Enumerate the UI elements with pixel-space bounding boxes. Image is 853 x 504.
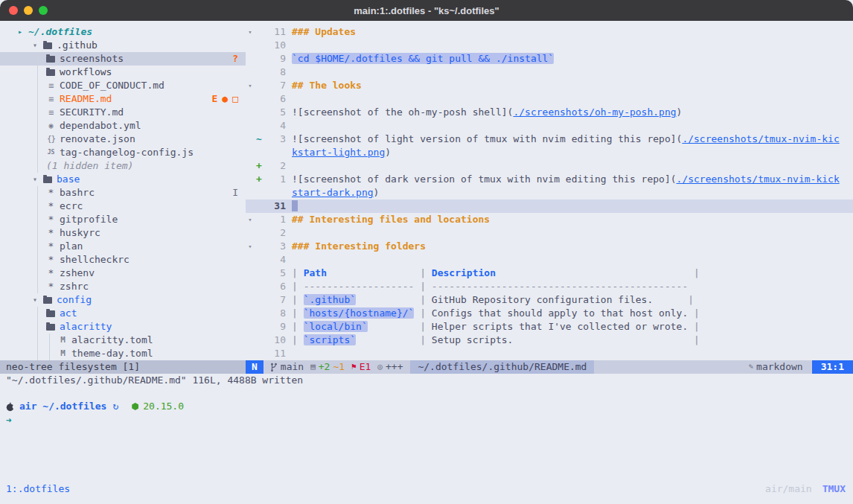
tree-item-plan[interactable]: *plan	[0, 240, 246, 253]
tree-item-act[interactable]: act	[0, 307, 246, 320]
editor-line[interactable]: 5| Path | Description |	[246, 267, 853, 280]
text-segment	[356, 294, 420, 305]
file-tree[interactable]: ▸~/.dotfiles▾.githubscreenshots?workflow…	[0, 21, 246, 360]
tmux-window-name[interactable]: 1:.dotfiles	[6, 483, 70, 494]
tree-item-label: .github	[57, 39, 98, 52]
tree-item-huskyrc[interactable]: *huskyrc	[0, 226, 246, 240]
editor-line[interactable]: 5![screenshot of the oh-my-posh shell](.…	[246, 106, 853, 119]
editor-line[interactable]: 2	[246, 226, 853, 240]
line-number: 9	[263, 320, 286, 334]
line-text: | `local/bin` | Helper scripts that I've…	[286, 320, 853, 334]
line-text: | Path | Description |	[286, 267, 853, 280]
editor-line[interactable]: ▾ 1## Interesting files and locations	[246, 213, 853, 226]
fold-column	[246, 106, 255, 119]
tree-item-tag-changelog[interactable]: JStag-changelog-config.js	[0, 146, 246, 159]
sign-column	[255, 293, 263, 307]
tree-item-label: SECURITY.md	[60, 106, 124, 119]
fold-marker-icon[interactable]: ▾	[246, 240, 255, 253]
tree-item-renovate[interactable]: {}renovate.json	[0, 133, 246, 146]
editor-line[interactable]: kstart-light.png)	[246, 146, 853, 159]
fold-marker-icon[interactable]: ▾	[246, 79, 255, 92]
fold-marker-icon[interactable]: ▾	[246, 25, 255, 39]
editor-line[interactable]: 9| `local/bin` | Helper scripts that I'v…	[246, 320, 853, 334]
editor-line[interactable]: 8| `hosts/{hostname}/` | Configs that sh…	[246, 307, 853, 320]
tree-item-root[interactable]: ▸~/.dotfiles	[0, 25, 246, 39]
editor-line[interactable]: 11	[246, 347, 853, 360]
json-icon: {}	[46, 133, 56, 146]
line-text: ## Interesting files and locations	[286, 213, 853, 226]
indent-guide	[37, 92, 38, 106]
indent-guide	[37, 307, 38, 320]
tree-item-security[interactable]: ≡SECURITY.md	[0, 106, 246, 119]
sign-column	[255, 79, 263, 92]
tree-item-hidden-count[interactable]: (1 hidden item)	[0, 159, 246, 173]
expander-icon[interactable]: ▾	[33, 39, 43, 52]
shell-input-line[interactable]: ➜	[0, 414, 853, 427]
tree-item-gitprofile[interactable]: *gitprofile	[0, 213, 246, 226]
text-segment: Path	[304, 267, 327, 278]
editor-line[interactable]: 4	[246, 119, 853, 133]
line-text: start-dark.png)	[286, 186, 853, 200]
status-badge: E	[212, 92, 218, 106]
tree-item-zshenv[interactable]: *zshenv	[0, 267, 246, 280]
expander-icon[interactable]: ▾	[33, 173, 43, 186]
tree-item-readme[interactable]: ≡README.mdE●□	[0, 92, 246, 106]
tree-item-base[interactable]: ▾base	[0, 173, 246, 186]
editor-line[interactable]: 6| ------------------- | ---------------…	[246, 280, 853, 293]
line-text	[286, 200, 853, 213]
editor-line[interactable]: 8	[246, 66, 853, 79]
minimize-button[interactable]	[24, 6, 33, 15]
text-segment: |	[292, 321, 304, 332]
line-text	[286, 159, 853, 173]
fold-column	[246, 146, 255, 159]
tree-item-ecrc[interactable]: *ecrc	[0, 200, 246, 213]
editor-line[interactable]: start-dark.png)	[246, 186, 853, 200]
editor-line[interactable]: 4	[246, 253, 853, 267]
editor-line[interactable]: 31	[246, 200, 853, 213]
tree-item-config[interactable]: ▾config	[0, 293, 246, 307]
tree-item-workflows[interactable]: workflows	[0, 66, 246, 79]
indent-guide	[37, 146, 38, 159]
editor-line[interactable]: 6	[246, 92, 853, 106]
tree-item-alacritty-toml[interactable]: Malacritty.toml	[0, 334, 246, 347]
text-segment: ### Updates	[292, 26, 356, 37]
editor-line[interactable]: +2	[246, 159, 853, 173]
line-number: 11	[263, 347, 286, 360]
tree-item-bashrc[interactable]: *bashrcI	[0, 186, 246, 200]
status-row: neo-tree filesystem [1] N main ▤ +2 ~1 ⚑…	[0, 360, 853, 374]
editor-line[interactable]: ~3![screenshot of light version of tmux …	[246, 133, 853, 146]
line-number: 5	[263, 267, 286, 280]
zoom-button[interactable]	[39, 6, 48, 15]
diff-icon: ▤	[310, 360, 316, 374]
fold-marker-icon[interactable]: ▾	[246, 213, 255, 226]
close-button[interactable]	[9, 6, 18, 15]
text-segment: ./screenshots/oh-my-posh.png	[513, 106, 676, 118]
tree-item-screenshots[interactable]: screenshots?	[0, 52, 246, 66]
editor-lines[interactable]: ▾ 11### Updates 10 9`cd $HOME/.dotfiles …	[246, 21, 853, 360]
editor-line[interactable]: ▾ 3### Interesting folders	[246, 240, 853, 253]
expander-icon[interactable]: ▾	[33, 293, 43, 307]
fold-column	[246, 52, 255, 66]
tree-item-code-of-conduct[interactable]: ≡CODE_OF_CONDUCT.md	[0, 79, 246, 92]
tree-item-github[interactable]: ▾.github	[0, 39, 246, 52]
editor-line[interactable]: 10	[246, 39, 853, 52]
text-segment: `scripts`	[304, 334, 356, 345]
editor-line[interactable]: 10| `scripts` | Setup scripts. |	[246, 334, 853, 347]
line-number: 2	[263, 159, 286, 173]
tree-item-dependabot[interactable]: ◉dependabot.yml	[0, 119, 246, 133]
expander-icon[interactable]: ▸	[18, 25, 28, 39]
tree-item-shellcheckrc[interactable]: *shellcheckrc	[0, 253, 246, 267]
tree-item-zshrc[interactable]: *zshrc	[0, 280, 246, 293]
editor-line[interactable]: 7| `.github` | GitHub Repository configu…	[246, 293, 853, 307]
editor-line[interactable]: ▾ 11### Updates	[246, 25, 853, 39]
line-text	[286, 66, 853, 79]
text-segment: |	[694, 334, 700, 345]
pencil-icon: ✎	[748, 360, 753, 374]
tree-item-theme-day-toml[interactable]: Mtheme-day.toml	[0, 347, 246, 360]
editor-line[interactable]: +1![screenshot of dark version of tmux w…	[246, 173, 853, 186]
editor-line[interactable]: ▾ 7## The looks	[246, 79, 853, 92]
branch-name: main	[281, 360, 304, 374]
tree-item-alacritty[interactable]: alacritty	[0, 320, 246, 334]
sign-column	[255, 146, 263, 159]
editor-line[interactable]: 9`cd $HOME/.dotfiles && git pull && ./in…	[246, 52, 853, 66]
